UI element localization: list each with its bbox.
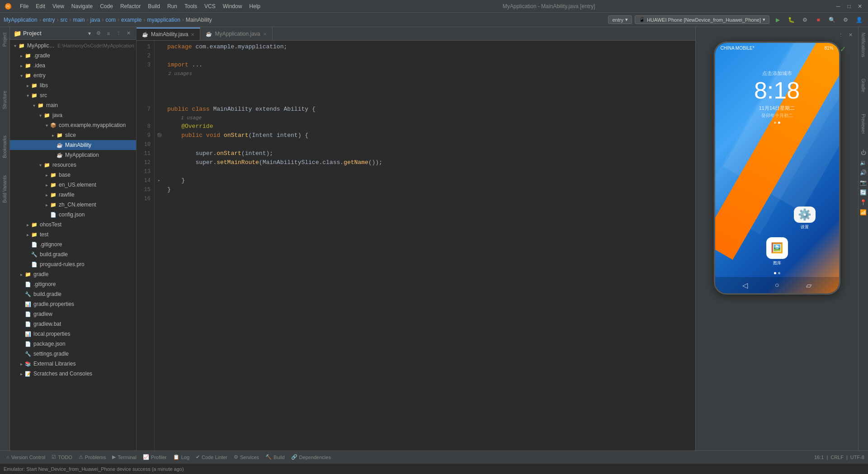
wifi-icon[interactable]: 📶 [860, 209, 867, 216]
panel-gear-icon[interactable]: ⚙ [94, 29, 103, 38]
tree-myapplication[interactable]: ▸ ☕ MyApplication [10, 150, 136, 160]
location-icon[interactable]: 📍 [860, 199, 867, 206]
run-config-selector[interactable]: entry ▾ [608, 15, 632, 24]
tree-gradlew[interactable]: ▸ 📄 gradlew [10, 309, 136, 319]
minimize-button[interactable]: ─ [834, 2, 843, 11]
tree-slice[interactable]: ▸ 📁 slice [10, 130, 136, 140]
tab-myapplication[interactable]: ☕ MyApplication.java ✕ [200, 28, 272, 40]
tree-java[interactable]: ▾ 📁 java [10, 110, 136, 120]
code-linter-button[interactable]: ✔ Code Linter [193, 451, 230, 463]
nav-back-button[interactable]: ◁ [742, 281, 748, 290]
coverage-button[interactable]: ⚙ [799, 14, 810, 25]
tree-proguard[interactable]: ▸ 📄 proguard-rules.pro [10, 259, 136, 269]
tree-gitignore-entry[interactable]: ▸ 📄 .gitignore [10, 239, 136, 249]
tree-gradle[interactable]: ▸ 📁 .gradle [10, 51, 136, 61]
tree-gradlewbat[interactable]: ▸ 📄 gradlew.bat [10, 319, 136, 329]
breadcrumb-example[interactable]: example [121, 17, 142, 23]
tree-scratches[interactable]: ▸ 📝 Scratches and Consoles [10, 369, 136, 379]
tree-ohostest[interactable]: ▸ 📁 ohosTest [10, 220, 136, 230]
search-button[interactable]: 🔍 [826, 14, 837, 25]
problems-button[interactable]: ⚠ Problems [76, 451, 108, 463]
breadcrumb-entry[interactable]: entry [43, 17, 55, 23]
code-editor[interactable]: 1 2 3 7 8 9 10 11 12 13 14 15 16 [137, 41, 695, 451]
tree-main[interactable]: ▾ 📁 main [10, 100, 136, 110]
menu-file[interactable]: File [16, 2, 32, 10]
tree-extlibs[interactable]: ▸ 📚 External Libraries [10, 359, 136, 369]
build-button[interactable]: 🔨 Build [263, 451, 287, 463]
preview-more-icon[interactable]: ⋮ [836, 31, 844, 39]
run-button[interactable]: ▶ [772, 14, 783, 25]
breadcrumb-com[interactable]: com [105, 17, 116, 23]
stop-button[interactable]: ■ [813, 14, 824, 25]
tree-libs[interactable]: ▸ 📁 libs [10, 80, 136, 90]
previewer-label[interactable]: Previewer [860, 110, 867, 137]
tree-enus[interactable]: ▸ 📁 en_US.element [10, 180, 136, 190]
tree-settingsgradle[interactable]: ▸ 🔧 settings.gradle [10, 349, 136, 359]
log-button[interactable]: 📋 Log [170, 451, 192, 463]
menu-tools[interactable]: Tools [181, 2, 201, 10]
tree-base[interactable]: ▸ 📁 base [10, 170, 136, 180]
profiler-button[interactable]: 📈 Profiler [140, 451, 170, 463]
nav-recents-button[interactable]: ▱ [806, 281, 811, 290]
screenshot-icon[interactable]: 📷 [860, 179, 867, 186]
power-icon[interactable]: ⏻ [861, 150, 866, 156]
terminal-button[interactable]: ▶ Terminal [109, 451, 139, 463]
code-content[interactable]: package com.example.myapplication; impor… [164, 41, 695, 451]
tree-idea[interactable]: ▸ 📁 .idea [10, 61, 136, 70]
breadcrumb-myapplication2[interactable]: myapplication [147, 17, 180, 23]
preview-close-icon[interactable]: ✕ [846, 31, 854, 39]
bookmarks-sidebar-label[interactable]: Bookmarks [1, 132, 8, 162]
tree-gradle-folder[interactable]: ▸ 📁 gradle [10, 269, 136, 279]
rotate-icon[interactable]: 🔄 [860, 189, 867, 196]
menu-build[interactable]: Build [144, 2, 164, 10]
maximize-button[interactable]: □ [844, 2, 854, 11]
panel-expand-icon[interactable]: ≡ [104, 29, 113, 38]
tab-mainability[interactable]: ☕ MainAbility.java ✕ [137, 28, 200, 40]
tree-buildgradle-entry[interactable]: ▸ 🔧 build.gradle [10, 249, 136, 259]
breadcrumb-mainability[interactable]: MainAbility [186, 17, 212, 23]
tree-package[interactable]: ▾ 📦 com.example.myapplication [10, 120, 136, 130]
dependencies-button[interactable]: 🔗 Dependencies [288, 451, 334, 463]
tree-mainability[interactable]: ▸ ☕ MainAbility [10, 140, 136, 150]
project-sidebar-label[interactable]: Project [1, 29, 8, 50]
breadcrumb-src[interactable]: src [60, 17, 67, 23]
breadcrumb-main[interactable]: main [73, 17, 85, 23]
close-button[interactable]: ✕ [855, 2, 864, 11]
tree-entry[interactable]: ▾ 📁 entry [10, 70, 136, 80]
volume-up-icon[interactable]: 🔊 [860, 169, 867, 176]
tree-root[interactable]: ▾ 📁 MyApplication E:\HarmonyOsCode\MyApp… [10, 41, 136, 51]
panel-close-icon[interactable]: ✕ [124, 29, 132, 38]
profile-button[interactable]: 👤 [854, 14, 864, 25]
nav-home-button[interactable]: ○ [775, 281, 779, 289]
build-variants-sidebar-label[interactable]: Build Variants [1, 172, 8, 206]
breadcrumb-java[interactable]: java [90, 17, 100, 23]
tree-localprops[interactable]: ▸ 📊 local.properties [10, 329, 136, 339]
tree-src[interactable]: ▾ 📁 src [10, 90, 136, 100]
menu-window[interactable]: Window [219, 2, 246, 10]
mainability-tab-close[interactable]: ✕ [191, 32, 194, 37]
tree-buildgradle-root[interactable]: ▸ 🔧 build.gradle [10, 289, 136, 299]
panel-more-icon[interactable]: ⋮ [114, 29, 123, 38]
notifications-label[interactable]: Notifications [860, 29, 867, 61]
menu-view[interactable]: View [49, 2, 68, 10]
device-selector[interactable]: 📱 HUAWEI Phone [NewDevice_from_Huawei_Ph… [635, 15, 769, 24]
version-control-button[interactable]: ⑃ Version Control [4, 451, 48, 463]
menu-code[interactable]: Code [96, 2, 117, 10]
tree-test[interactable]: ▸ 📁 test [10, 230, 136, 239]
myapplication-tab-close[interactable]: ✕ [263, 32, 267, 37]
tree-rawfile[interactable]: ▸ 📁 rawfile [10, 190, 136, 200]
todo-button[interactable]: ☑ TODO [49, 451, 75, 463]
menu-refactor[interactable]: Refactor [117, 2, 144, 10]
tree-gradleprops[interactable]: ▸ 📊 gradle.properties [10, 299, 136, 309]
tree-packagejson[interactable]: ▸ 📄 package.json [10, 339, 136, 349]
tree-resources[interactable]: ▾ 📁 resources [10, 160, 136, 170]
settings-button[interactable]: ⚙ [840, 14, 851, 25]
services-button[interactable]: ⚙ Services [231, 451, 262, 463]
volume-down-icon[interactable]: 🔉 [860, 160, 867, 166]
breadcrumb-myapplication[interactable]: MyApplication [4, 17, 38, 23]
tree-configjson[interactable]: ▸ 📄 config.json [10, 210, 136, 220]
tree-gitignore-root[interactable]: ▸ 📄 .gitignore [10, 279, 136, 289]
debug-button[interactable]: 🐛 [786, 14, 797, 25]
gradle-label[interactable]: Gradle [860, 75, 867, 96]
menu-navigate[interactable]: Navigate [68, 2, 96, 10]
